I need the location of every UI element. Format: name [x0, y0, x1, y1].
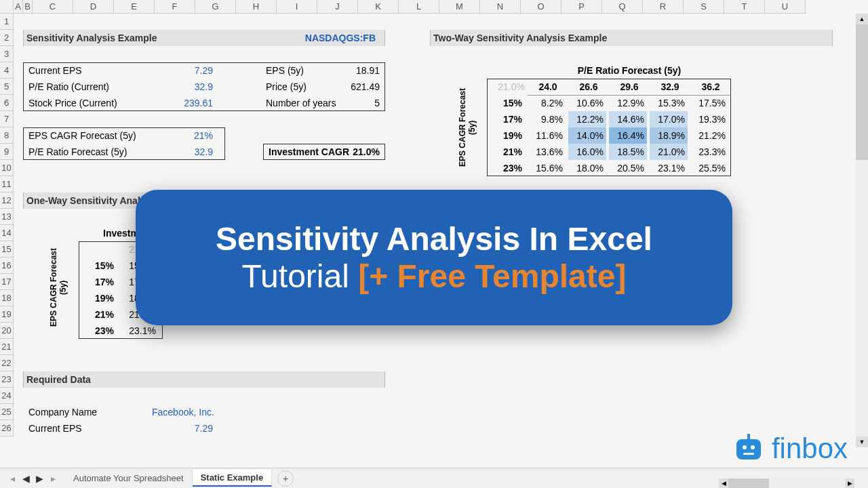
col-H: H [236, 0, 277, 14]
scroll-right-icon[interactable]: ▶ [845, 479, 854, 488]
add-sheet-button[interactable]: + [277, 470, 294, 487]
banner-subtitle: Tutorial [+ Free Template] [242, 258, 627, 295]
title-banner: Sensitivity Analysis In Excel Tutorial [… [136, 190, 732, 325]
val-company: Facebook, Inc. [149, 404, 251, 420]
col-A: A [14, 0, 23, 14]
eps-cagr-vlabel: EPS CAGR Forecast (5y) [458, 87, 485, 168]
one-way-vlabel: EPS CAGR Forecast (5y) [49, 247, 76, 328]
val-years: 5 [344, 95, 382, 111]
col-G: G [195, 0, 236, 14]
val-stock-price: 239.61 [168, 95, 216, 111]
val-current-eps: 7.29 [168, 62, 216, 79]
val-pe-forecast: 32.9 [168, 144, 216, 160]
finbox-logo: finbox [732, 432, 848, 465]
pe-forecast-header: P/E Ratio Forecast (5y) [528, 62, 731, 79]
lbl-years: Number of years [263, 95, 344, 111]
two-way-corner: 21.0% [487, 79, 528, 95]
col-T: T [724, 0, 765, 14]
svg-point-1 [743, 445, 747, 449]
val-pe-current: 32.9 [168, 79, 216, 95]
horizontal-scrollbar[interactable]: ◀ ▶ [719, 479, 854, 488]
vertical-scrollbar[interactable]: ▲ ▼ [856, 14, 868, 447]
section-two-way: Two-Way Sensitivity Analysis Example [430, 30, 833, 46]
last-tab-icon[interactable]: ▸ [47, 473, 58, 484]
col-U: U [765, 0, 806, 14]
next-tab-icon[interactable]: ▶ [34, 473, 45, 484]
lbl-eps5y: EPS (5y) [263, 62, 344, 79]
val-req-eps: 7.29 [168, 420, 216, 436]
tab-static-example[interactable]: Static Example [193, 470, 273, 487]
h-scroll-thumb[interactable] [728, 479, 769, 488]
lbl-company: Company Name [26, 404, 127, 420]
svg-point-2 [751, 445, 755, 449]
logo-text: finbox [772, 432, 848, 465]
lbl-price5y: Price (5y) [263, 79, 344, 95]
col-I: I [277, 0, 317, 14]
svg-rect-3 [743, 453, 754, 455]
col-K: K [358, 0, 399, 14]
lbl-req-eps: Current EPS [26, 420, 127, 436]
col-L: L [399, 0, 439, 14]
scroll-down-icon[interactable]: ▼ [856, 436, 868, 447]
lbl-eps-cagr: EPS CAGR Forecast (5y) [26, 127, 148, 144]
scroll-thumb[interactable] [856, 24, 868, 160]
col-O: O [521, 0, 561, 14]
lbl-stock-price: Stock Price (Current) [26, 95, 141, 111]
col-N: N [480, 0, 521, 14]
lbl-pe-forecast: P/E Ratio Forecast (5y) [26, 144, 148, 160]
scroll-up-icon[interactable]: ▲ [856, 14, 868, 24]
column-headers[interactable]: A B C D E F G H I J K L M N O P Q R S T … [0, 0, 806, 14]
section-required: Required Data [23, 371, 385, 388]
col-B: B [23, 0, 33, 14]
banner-title: Sensitivity Analysis In Excel [216, 220, 652, 258]
col-C: C [33, 0, 73, 14]
val-inv-cagr: 21.0% [344, 144, 382, 160]
col-F: F [155, 0, 195, 14]
val-price5y: 621.49 [344, 79, 382, 95]
val-eps5y: 18.91 [344, 62, 382, 79]
svg-rect-0 [736, 439, 761, 460]
lbl-pe-current: P/E Ratio (Current) [26, 79, 127, 95]
ticker-link[interactable]: NASDAQGS:FB [277, 30, 378, 46]
tab-nav: ◂ ◀ ▶ ▸ [0, 473, 65, 484]
col-Q: Q [602, 0, 643, 14]
col-S: S [684, 0, 724, 14]
first-tab-icon[interactable]: ◂ [7, 473, 18, 484]
tab-automate[interactable]: Automate Your Spreadsheet [65, 470, 193, 486]
svg-rect-4 [747, 434, 750, 439]
sheet-tabs: ◂ ◀ ▶ ▸ Automate Your Spreadsheet Static… [0, 468, 868, 488]
col-D: D [73, 0, 114, 14]
lbl-current-eps: Current EPS [26, 62, 127, 79]
col-P: P [561, 0, 602, 14]
scroll-left-icon[interactable]: ◀ [719, 479, 728, 488]
lbl-inv-cagr: Investment CAGR [266, 144, 354, 160]
val-eps-cagr: 21% [168, 127, 216, 144]
col-J: J [317, 0, 358, 14]
col-R: R [643, 0, 684, 14]
col-E: E [114, 0, 155, 14]
row-headers[interactable]: 12 34 56 78 910 1112 1314 1516 1718 1920… [0, 14, 14, 436]
robot-icon [732, 432, 765, 465]
prev-tab-icon[interactable]: ◀ [20, 473, 31, 484]
col-M: M [439, 0, 480, 14]
